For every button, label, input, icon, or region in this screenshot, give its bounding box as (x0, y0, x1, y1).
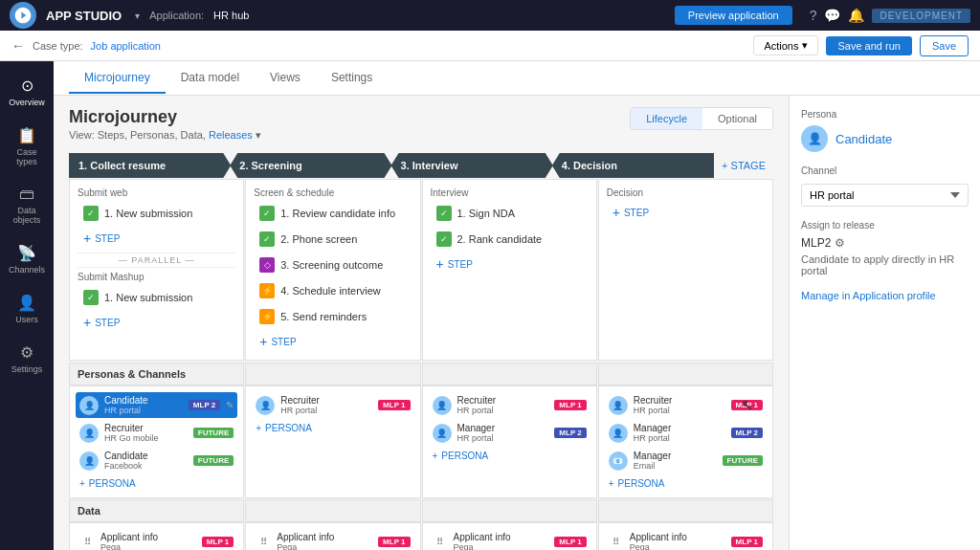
persona-avatar-4: 👤 (256, 396, 275, 415)
plus-icon: + (83, 231, 91, 246)
save-button[interactable]: Save (920, 35, 969, 56)
right-panel: Persona 👤 Candidate Channel HR portal HR… (789, 96, 980, 550)
save-and-run-button[interactable]: Save and run (826, 36, 911, 55)
add-persona-2[interactable]: + PERSONA (252, 420, 413, 436)
personas-col-2: 👤 Recruiter HR portal MLP 1 + PERSONA (245, 385, 420, 498)
personas-header-4 (598, 363, 773, 385)
badge-mlp1-3: MLP 1 (554, 400, 586, 410)
personas-body: 👤 Candidate HR portal MLP 2 ✎ 👤 Recru (69, 385, 773, 498)
step-screening-label: 3. Screening outcome (280, 259, 383, 271)
tab-microjourney[interactable]: Microjourney (69, 63, 166, 94)
step-new-submission-1[interactable]: ✓ 1. New submission (78, 202, 235, 225)
edit-icon-1[interactable]: ✎ (226, 400, 234, 410)
stage-col-2: Screen & schedule ✓ 1. Review candidate … (245, 179, 420, 361)
sidebar-label-users: Users (15, 315, 38, 324)
personas-col-3: 👤 Recruiter HR portal MLP 1 👤 Manager (422, 385, 597, 498)
step-screening-outcome[interactable]: ◇ 3. Screening outcome (254, 253, 412, 276)
add-persona-label-3: PERSONA (441, 451, 488, 461)
step-icon-green: ✓ (83, 206, 99, 221)
data-grid-icon-3: ⠿ (256, 535, 271, 550)
persona-manager-hrportal-3[interactable]: 👤 Manager HR portal MLP 2 (429, 420, 590, 446)
journey-subtitle: View: Steps, Personas, Data, Releases ▾ (69, 129, 261, 142)
sidebar-label-overview: Overview (9, 98, 45, 107)
personas-header-2 (245, 363, 420, 385)
data-applicant-pega-2[interactable]: ⠿ Applicant info Pega MLP 1 (252, 529, 413, 550)
sidebar-item-case-types[interactable]: 📋 Case types (2, 119, 52, 174)
step-rank-label: 2. Rank candidate (457, 233, 543, 245)
data-objects-icon: 🗃 (19, 186, 34, 203)
chat-icon[interactable]: 💬 (824, 8, 840, 23)
panel-manage-link[interactable]: Manage in Application profile (801, 290, 969, 301)
panel-channel-select[interactable]: HR portal HR Go mobile Email (801, 184, 969, 207)
data-applicant-pega-4[interactable]: ⠿ Applicant info Pega MLP 1 (605, 529, 767, 550)
add-step-4[interactable]: + STEP (607, 202, 765, 223)
data-applicant-pega-3[interactable]: ⠿ Applicant info Pega MLP 1 (429, 529, 590, 550)
sidebar-item-settings[interactable]: ⚙ Settings (2, 336, 52, 382)
add-stage-button[interactable]: + STAGE (714, 155, 773, 176)
plus-icon-3: + (259, 334, 267, 349)
users-icon: 👤 (17, 294, 36, 312)
persona-recruiter-hrportal-2[interactable]: 👤 Recruiter HR portal MLP 1 (252, 392, 413, 418)
persona-candidate-facebook[interactable]: 👤 Candidate Facebook FUTURE (76, 448, 237, 473)
add-step-1b[interactable]: + STEP (78, 312, 235, 333)
persona-channel-1: HR portal (104, 406, 183, 415)
persona-candidate-hrportal[interactable]: 👤 Candidate HR portal MLP 2 ✎ (76, 392, 237, 418)
persona-name-8: Manager (634, 423, 725, 433)
data-header-row: Data (69, 499, 773, 522)
step-schedule[interactable]: ⚡ 4. Schedule interview (254, 279, 412, 302)
add-step-2[interactable]: + STEP (254, 331, 412, 352)
sidebar-item-users[interactable]: 👤 Users (2, 286, 52, 332)
persona-recruiter-hrportal-4[interactable]: 👤 Recruiter HR portal MLP 1 (605, 392, 767, 418)
persona-recruiter-mobile[interactable]: 👤 Recruiter HR Go mobile FUTURE (76, 420, 237, 446)
step-review[interactable]: ✓ 1. Review candidate info (254, 202, 412, 225)
step-new-submission-2[interactable]: ✓ 1. New submission (78, 286, 235, 309)
panel-persona-label: Persona (801, 109, 969, 120)
panel-avatar: 👤 (801, 125, 828, 152)
case-type-value[interactable]: Job application (91, 40, 161, 52)
persona-name-1: Candidate (104, 395, 183, 406)
add-step-3[interactable]: + STEP (431, 253, 589, 275)
persona-channel-6: HR portal (457, 433, 549, 443)
journey-area: Microjourney View: Steps, Personas, Data… (54, 96, 789, 550)
case-type-label: Case type: (33, 40, 83, 52)
add-persona-3[interactable]: + PERSONA (429, 448, 590, 464)
stage-body: Submit web ✓ 1. New submission + STEP — … (69, 179, 773, 361)
tab-views[interactable]: Views (255, 63, 316, 94)
preview-button[interactable]: Preview application (675, 6, 792, 25)
notification-icon[interactable]: 🔔 (848, 8, 864, 23)
persona-info-4: Recruiter HR portal (280, 395, 372, 415)
add-persona-label-1: PERSONA (89, 478, 136, 489)
panel-persona-name[interactable]: Candidate (835, 132, 892, 146)
app-studio-label: APP STUDIO (46, 9, 122, 23)
back-arrow-icon[interactable]: ← (11, 38, 25, 54)
sidebar-label-case-types: Case types (6, 147, 48, 166)
step-phone-screen[interactable]: ✓ 2. Phone screen (254, 228, 412, 251)
step-rank[interactable]: ✓ 2. Rank candidate (431, 228, 589, 251)
sidebar-item-overview[interactable]: ⊙ Overview (2, 69, 52, 115)
tab-settings[interactable]: Settings (316, 63, 388, 94)
lifecycle-toggle[interactable]: Lifecycle (631, 108, 702, 129)
data-info-7: Applicant info Pega (454, 532, 549, 550)
help-icon[interactable]: ? (810, 8, 817, 23)
add-step-1[interactable]: + STEP (78, 228, 235, 249)
panel-gear-icon[interactable]: ⚙ (835, 236, 845, 250)
tab-data-model[interactable]: Data model (166, 63, 255, 94)
step-sign-nda[interactable]: ✓ 1. Sign NDA (431, 202, 589, 225)
journey-title-block: Microjourney View: Steps, Personas, Data… (69, 107, 261, 142)
persona-recruiter-hrportal-3[interactable]: 👤 Recruiter HR portal MLP 1 (429, 392, 590, 418)
stage-headers: 1. Collect resume 2. Screening 3. Interv… (69, 153, 773, 178)
step-reminders[interactable]: ⚡ 5. Send reminders (254, 305, 412, 328)
panel-channel-label: Channel (801, 165, 969, 176)
actions-chevron-icon: ▾ (802, 39, 808, 52)
persona-manager-hrportal-4[interactable]: 👤 Manager HR portal MLP 2 (605, 420, 767, 446)
persona-manager-email-4[interactable]: 📧 Manager Email FUTURE (605, 448, 767, 473)
data-applicant-info-1[interactable]: ⠿ Applicant info Pega MLP 1 (76, 529, 237, 550)
settings-icon: ⚙ (20, 343, 33, 362)
sidebar-item-data-objects[interactable]: 🗃 Data objects (2, 178, 52, 232)
actions-button[interactable]: Actions ▾ (753, 35, 818, 55)
add-persona-1[interactable]: + PERSONA (76, 475, 237, 492)
releases-link[interactable]: Releases (209, 129, 253, 141)
add-persona-4[interactable]: + PERSONA (605, 475, 767, 492)
optional-toggle[interactable]: Optional (702, 108, 772, 129)
sidebar-item-channels[interactable]: 📡 Channels (2, 236, 52, 282)
